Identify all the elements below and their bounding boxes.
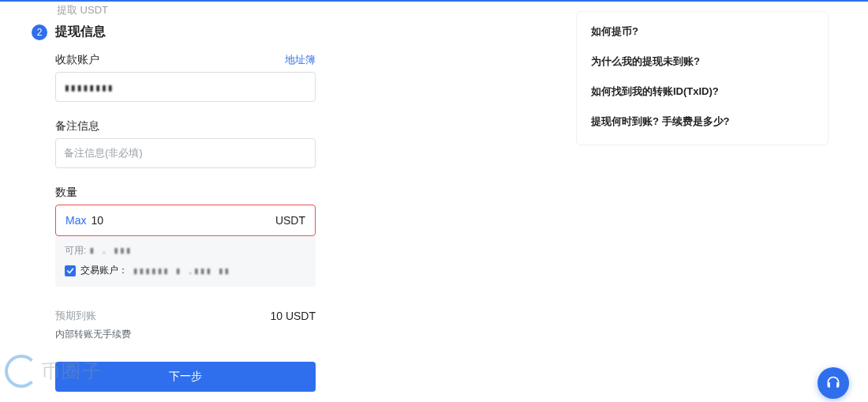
- step-title: 提现信息: [55, 24, 106, 40]
- breadcrumb: 提取 USDT: [57, 3, 568, 17]
- address-book-link[interactable]: 地址簿: [285, 53, 316, 67]
- max-button[interactable]: Max: [65, 214, 86, 227]
- step-header: 2 提现信息: [32, 24, 568, 40]
- withdraw-form-panel: 提取 USDT 2 提现信息 收款账户 地址簿 ▮▮▮▮▮▮▮▮ 备注信息 备注…: [32, 2, 568, 392]
- recipient-label: 收款账户: [55, 53, 99, 67]
- memo-label: 备注信息: [55, 119, 99, 133]
- faq-item[interactable]: 如何找到我的转账ID(TxID)?: [577, 77, 828, 107]
- faq-item[interactable]: 为什么我的提现未到账?: [577, 47, 828, 77]
- amount-subinfo: 可用: ▮ . ▮▮▮ 交易账户： ▮▮▮▮▮▮ ▮ .▮▮▮ ▮▮: [55, 236, 316, 287]
- fee-note: 内部转账无手续费: [55, 328, 316, 341]
- amount-input[interactable]: Max 10 USDT: [55, 205, 316, 236]
- available-value: ▮ . ▮▮▮: [89, 245, 132, 256]
- next-button[interactable]: 下一步: [55, 362, 316, 392]
- trade-account-checkbox[interactable]: [65, 265, 76, 276]
- amount-label: 数量: [55, 186, 77, 200]
- trade-account-value: ▮▮▮▮▮▮ ▮ .▮▮▮ ▮▮: [133, 265, 230, 276]
- expected-value: 10 USDT: [270, 310, 316, 322]
- memo-input[interactable]: 备注信息(非必填): [55, 138, 316, 168]
- trade-account-label: 交易账户：: [80, 264, 128, 277]
- amount-unit: USDT: [275, 214, 305, 227]
- recipient-value: ▮▮▮▮▮▮▮▮: [64, 81, 114, 93]
- faq-item[interactable]: 如何提币?: [577, 17, 828, 47]
- recipient-input[interactable]: ▮▮▮▮▮▮▮▮: [55, 72, 316, 102]
- amount-value: 10: [91, 214, 275, 227]
- faq-panel: 如何提币? 为什么我的提现未到账? 如何找到我的转账ID(TxID)? 提现何时…: [576, 11, 829, 145]
- help-fab-button[interactable]: [817, 367, 849, 399]
- headset-icon: [825, 375, 841, 391]
- faq-item[interactable]: 提现何时到账? 手续费是多少?: [577, 107, 828, 137]
- check-icon: [66, 267, 74, 275]
- available-label: 可用:: [65, 245, 86, 256]
- step-number-badge: 2: [32, 24, 47, 40]
- expected-label: 预期到账: [55, 309, 96, 323]
